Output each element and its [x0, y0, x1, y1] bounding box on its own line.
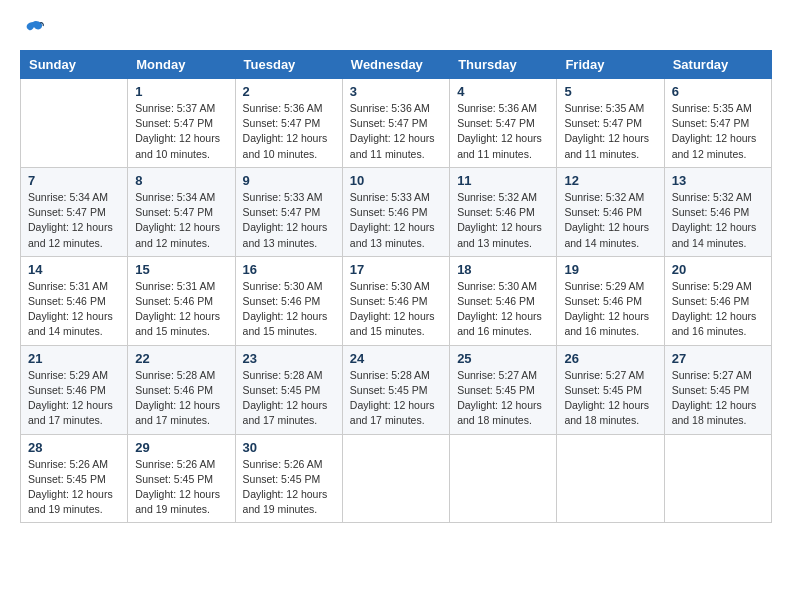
day-info: Sunrise: 5:36 AM Sunset: 5:47 PM Dayligh…	[350, 101, 442, 162]
calendar-cell: 24Sunrise: 5:28 AM Sunset: 5:45 PM Dayli…	[342, 345, 449, 434]
day-number: 18	[457, 262, 549, 277]
day-number: 6	[672, 84, 764, 99]
day-number: 14	[28, 262, 120, 277]
day-info: Sunrise: 5:28 AM Sunset: 5:45 PM Dayligh…	[243, 368, 335, 429]
day-number: 25	[457, 351, 549, 366]
day-number: 9	[243, 173, 335, 188]
calendar-cell: 29Sunrise: 5:26 AM Sunset: 5:45 PM Dayli…	[128, 434, 235, 523]
day-info: Sunrise: 5:30 AM Sunset: 5:46 PM Dayligh…	[243, 279, 335, 340]
week-row-1: 7Sunrise: 5:34 AM Sunset: 5:47 PM Daylig…	[21, 167, 772, 256]
header-row: SundayMondayTuesdayWednesdayThursdayFrid…	[21, 51, 772, 79]
day-info: Sunrise: 5:27 AM Sunset: 5:45 PM Dayligh…	[672, 368, 764, 429]
day-number: 13	[672, 173, 764, 188]
header-tuesday: Tuesday	[235, 51, 342, 79]
calendar-header: SundayMondayTuesdayWednesdayThursdayFrid…	[21, 51, 772, 79]
day-number: 7	[28, 173, 120, 188]
day-number: 22	[135, 351, 227, 366]
day-info: Sunrise: 5:37 AM Sunset: 5:47 PM Dayligh…	[135, 101, 227, 162]
day-info: Sunrise: 5:27 AM Sunset: 5:45 PM Dayligh…	[457, 368, 549, 429]
calendar-cell: 8Sunrise: 5:34 AM Sunset: 5:47 PM Daylig…	[128, 167, 235, 256]
calendar-cell: 10Sunrise: 5:33 AM Sunset: 5:46 PM Dayli…	[342, 167, 449, 256]
day-number: 27	[672, 351, 764, 366]
bird-icon	[22, 20, 44, 42]
calendar-cell: 13Sunrise: 5:32 AM Sunset: 5:46 PM Dayli…	[664, 167, 771, 256]
calendar-cell: 17Sunrise: 5:30 AM Sunset: 5:46 PM Dayli…	[342, 256, 449, 345]
day-info: Sunrise: 5:35 AM Sunset: 5:47 PM Dayligh…	[672, 101, 764, 162]
calendar-cell: 18Sunrise: 5:30 AM Sunset: 5:46 PM Dayli…	[450, 256, 557, 345]
day-number: 11	[457, 173, 549, 188]
calendar-cell: 2Sunrise: 5:36 AM Sunset: 5:47 PM Daylig…	[235, 79, 342, 168]
day-number: 19	[564, 262, 656, 277]
day-number: 4	[457, 84, 549, 99]
calendar-cell: 6Sunrise: 5:35 AM Sunset: 5:47 PM Daylig…	[664, 79, 771, 168]
day-info: Sunrise: 5:26 AM Sunset: 5:45 PM Dayligh…	[243, 457, 335, 518]
day-number: 12	[564, 173, 656, 188]
day-info: Sunrise: 5:33 AM Sunset: 5:46 PM Dayligh…	[350, 190, 442, 251]
calendar-cell: 23Sunrise: 5:28 AM Sunset: 5:45 PM Dayli…	[235, 345, 342, 434]
calendar-cell: 25Sunrise: 5:27 AM Sunset: 5:45 PM Dayli…	[450, 345, 557, 434]
calendar-cell: 11Sunrise: 5:32 AM Sunset: 5:46 PM Dayli…	[450, 167, 557, 256]
day-number: 8	[135, 173, 227, 188]
calendar-cell	[557, 434, 664, 523]
calendar-cell	[342, 434, 449, 523]
day-info: Sunrise: 5:27 AM Sunset: 5:45 PM Dayligh…	[564, 368, 656, 429]
day-info: Sunrise: 5:34 AM Sunset: 5:47 PM Dayligh…	[135, 190, 227, 251]
day-info: Sunrise: 5:32 AM Sunset: 5:46 PM Dayligh…	[672, 190, 764, 251]
day-number: 5	[564, 84, 656, 99]
day-number: 29	[135, 440, 227, 455]
day-number: 1	[135, 84, 227, 99]
calendar-cell: 12Sunrise: 5:32 AM Sunset: 5:46 PM Dayli…	[557, 167, 664, 256]
calendar-cell: 7Sunrise: 5:34 AM Sunset: 5:47 PM Daylig…	[21, 167, 128, 256]
calendar-cell: 20Sunrise: 5:29 AM Sunset: 5:46 PM Dayli…	[664, 256, 771, 345]
calendar-cell: 14Sunrise: 5:31 AM Sunset: 5:46 PM Dayli…	[21, 256, 128, 345]
day-info: Sunrise: 5:36 AM Sunset: 5:47 PM Dayligh…	[457, 101, 549, 162]
logo	[20, 20, 44, 42]
day-info: Sunrise: 5:29 AM Sunset: 5:46 PM Dayligh…	[672, 279, 764, 340]
calendar-cell: 3Sunrise: 5:36 AM Sunset: 5:47 PM Daylig…	[342, 79, 449, 168]
day-info: Sunrise: 5:28 AM Sunset: 5:45 PM Dayligh…	[350, 368, 442, 429]
day-number: 28	[28, 440, 120, 455]
calendar-cell: 16Sunrise: 5:30 AM Sunset: 5:46 PM Dayli…	[235, 256, 342, 345]
day-number: 15	[135, 262, 227, 277]
calendar-cell: 19Sunrise: 5:29 AM Sunset: 5:46 PM Dayli…	[557, 256, 664, 345]
day-number: 17	[350, 262, 442, 277]
week-row-2: 14Sunrise: 5:31 AM Sunset: 5:46 PM Dayli…	[21, 256, 772, 345]
day-info: Sunrise: 5:32 AM Sunset: 5:46 PM Dayligh…	[564, 190, 656, 251]
day-info: Sunrise: 5:31 AM Sunset: 5:46 PM Dayligh…	[28, 279, 120, 340]
header-saturday: Saturday	[664, 51, 771, 79]
calendar-cell: 9Sunrise: 5:33 AM Sunset: 5:47 PM Daylig…	[235, 167, 342, 256]
day-number: 23	[243, 351, 335, 366]
calendar-cell	[450, 434, 557, 523]
week-row-4: 28Sunrise: 5:26 AM Sunset: 5:45 PM Dayli…	[21, 434, 772, 523]
day-number: 3	[350, 84, 442, 99]
day-info: Sunrise: 5:30 AM Sunset: 5:46 PM Dayligh…	[350, 279, 442, 340]
day-number: 16	[243, 262, 335, 277]
day-info: Sunrise: 5:26 AM Sunset: 5:45 PM Dayligh…	[28, 457, 120, 518]
header-thursday: Thursday	[450, 51, 557, 79]
day-number: 2	[243, 84, 335, 99]
week-row-3: 21Sunrise: 5:29 AM Sunset: 5:46 PM Dayli…	[21, 345, 772, 434]
day-number: 26	[564, 351, 656, 366]
day-info: Sunrise: 5:31 AM Sunset: 5:46 PM Dayligh…	[135, 279, 227, 340]
day-number: 10	[350, 173, 442, 188]
day-info: Sunrise: 5:32 AM Sunset: 5:46 PM Dayligh…	[457, 190, 549, 251]
day-info: Sunrise: 5:36 AM Sunset: 5:47 PM Dayligh…	[243, 101, 335, 162]
day-number: 20	[672, 262, 764, 277]
day-info: Sunrise: 5:29 AM Sunset: 5:46 PM Dayligh…	[28, 368, 120, 429]
calendar-cell: 4Sunrise: 5:36 AM Sunset: 5:47 PM Daylig…	[450, 79, 557, 168]
header-monday: Monday	[128, 51, 235, 79]
calendar-body: 1Sunrise: 5:37 AM Sunset: 5:47 PM Daylig…	[21, 79, 772, 523]
calendar-cell: 15Sunrise: 5:31 AM Sunset: 5:46 PM Dayli…	[128, 256, 235, 345]
calendar-cell: 1Sunrise: 5:37 AM Sunset: 5:47 PM Daylig…	[128, 79, 235, 168]
day-info: Sunrise: 5:34 AM Sunset: 5:47 PM Dayligh…	[28, 190, 120, 251]
header-wednesday: Wednesday	[342, 51, 449, 79]
calendar-cell: 5Sunrise: 5:35 AM Sunset: 5:47 PM Daylig…	[557, 79, 664, 168]
day-info: Sunrise: 5:30 AM Sunset: 5:46 PM Dayligh…	[457, 279, 549, 340]
day-number: 21	[28, 351, 120, 366]
calendar-cell: 26Sunrise: 5:27 AM Sunset: 5:45 PM Dayli…	[557, 345, 664, 434]
day-number: 24	[350, 351, 442, 366]
calendar-table: SundayMondayTuesdayWednesdayThursdayFrid…	[20, 50, 772, 523]
header-sunday: Sunday	[21, 51, 128, 79]
calendar-cell	[664, 434, 771, 523]
calendar-cell: 21Sunrise: 5:29 AM Sunset: 5:46 PM Dayli…	[21, 345, 128, 434]
